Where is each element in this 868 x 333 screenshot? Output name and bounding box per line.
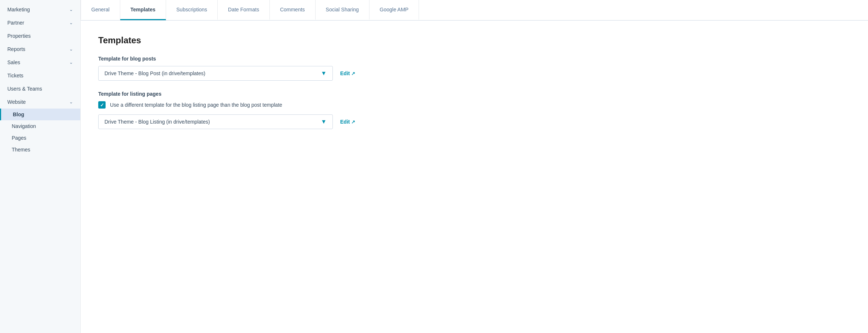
listing-template-dropdown[interactable]: Drive Theme - Blog Listing (in drive/tem… [98,114,333,129]
tab-comments[interactable]: Comments [270,0,316,20]
main-content: General Templates Subscriptions Date For… [81,0,868,333]
sidebar-item-partner[interactable]: Partner ⌄ [0,16,80,29]
listing-pages-label: Template for listing pages [98,91,393,97]
sidebar-label-partner: Partner [7,20,24,26]
listing-checkbox-label: Use a different template for the blog li… [110,102,282,108]
listing-page-checkbox[interactable]: ✓ [98,101,106,109]
external-link-icon: ↗ [351,119,355,125]
chevron-down-icon: ⌄ [69,7,73,12]
sidebar-item-users-teams[interactable]: Users & Teams [0,82,80,95]
sidebar-subitem-themes[interactable]: Themes [0,144,80,155]
sidebar-item-marketing[interactable]: Marketing ⌄ [0,3,80,16]
sidebar-label-properties: Properties [7,33,31,39]
chevron-down-icon: ⌄ [69,47,73,52]
dropdown-arrow-icon: ▼ [321,118,327,125]
sidebar-item-properties[interactable]: Properties [0,29,80,43]
sidebar-label-reports: Reports [7,46,25,52]
sidebar-sublabel-pages: Pages [12,135,26,141]
chevron-down-icon: ⌄ [69,99,73,105]
blog-post-dropdown-row: Drive Theme - Blog Post (in drive/templa… [98,66,393,81]
tab-general[interactable]: General [81,0,120,20]
tab-date-formats[interactable]: Date Formats [218,0,270,20]
blog-post-label: Template for blog posts [98,56,393,62]
sidebar-label-website: Website [7,99,26,105]
sidebar: Marketing ⌄ Partner ⌄ Properties Reports… [0,0,81,333]
sidebar-item-reports[interactable]: Reports ⌄ [0,43,80,56]
listing-dropdown-row: Drive Theme - Blog Listing (in drive/tem… [98,114,393,129]
listing-pages-section: Template for listing pages ✓ Use a diffe… [98,91,393,129]
sidebar-label-users-teams: Users & Teams [7,86,42,92]
sidebar-label-marketing: Marketing [7,7,30,12]
tab-social-sharing[interactable]: Social Sharing [316,0,369,20]
sidebar-sublabel-blog: Blog [13,111,24,117]
sidebar-subitem-pages[interactable]: Pages [0,132,80,144]
sidebar-label-sales: Sales [7,59,20,65]
listing-dropdown-value: Drive Theme - Blog Listing (in drive/tem… [104,119,210,125]
listing-checkbox-row: ✓ Use a different template for the blog … [98,101,393,109]
page-title: Templates [98,35,393,45]
sidebar-item-website[interactable]: Website ⌄ [0,95,80,109]
listing-edit-link[interactable]: Edit ↗ [340,119,355,125]
sidebar-sublabel-navigation: Navigation [12,123,36,129]
sidebar-sublabel-themes: Themes [12,147,30,153]
tab-subscriptions[interactable]: Subscriptions [166,0,218,20]
sidebar-label-tickets: Tickets [7,73,23,78]
sidebar-subitem-navigation[interactable]: Navigation [0,120,80,132]
tab-google-amp[interactable]: Google AMP [369,0,419,20]
blog-post-edit-link[interactable]: Edit ↗ [340,70,355,76]
chevron-down-icon: ⌄ [69,20,73,25]
chevron-down-icon: ⌄ [69,60,73,65]
blog-post-section: Template for blog posts Drive Theme - Bl… [98,56,393,81]
blog-post-template-dropdown[interactable]: Drive Theme - Blog Post (in drive/templa… [98,66,333,81]
external-link-icon: ↗ [351,71,355,76]
blog-post-dropdown-value: Drive Theme - Blog Post (in drive/templa… [104,70,205,76]
tabs-bar: General Templates Subscriptions Date For… [81,0,868,21]
dropdown-arrow-icon: ▼ [321,70,327,77]
sidebar-item-sales[interactable]: Sales ⌄ [0,56,80,69]
page-content: Templates Template for blog posts Drive … [81,21,411,154]
check-icon: ✓ [100,102,104,108]
tab-templates[interactable]: Templates [120,0,166,20]
sidebar-item-tickets[interactable]: Tickets [0,69,80,82]
sidebar-subitem-blog[interactable]: Blog [0,109,80,120]
